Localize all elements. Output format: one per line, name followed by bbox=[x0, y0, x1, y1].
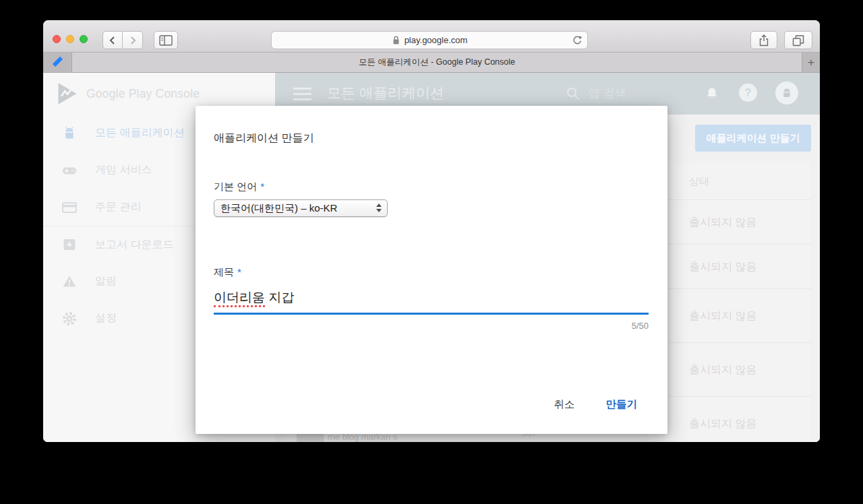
character-counter: 5/50 bbox=[632, 321, 649, 331]
tab-title: 모든 애플리케이션 - Google Play Console bbox=[359, 57, 515, 68]
lock-icon bbox=[392, 35, 400, 45]
browser-toolbar: play.google.com bbox=[43, 20, 820, 53]
selected-language: 한국어(대한민국) – ko-KR bbox=[220, 202, 337, 215]
jira-icon bbox=[52, 57, 63, 68]
page-content: Google Play Console 모든 애플리케이션 bbox=[43, 73, 820, 442]
tab-overview-button[interactable] bbox=[784, 31, 812, 49]
status-badge: 출시되지 않음 bbox=[689, 259, 756, 274]
tabs-icon bbox=[792, 34, 804, 46]
new-tab-button[interactable]: + bbox=[802, 53, 820, 72]
console-logo-text: Google Play Console bbox=[86, 87, 200, 101]
page-title: 모든 애플리케이션 bbox=[327, 84, 444, 102]
create-application-dialog: 애플리케이션 만들기 기본 언어* 한국어(대한민국) – ko-KR 제목* … bbox=[196, 106, 667, 434]
sidebar-item-label: 주문 관리 bbox=[95, 200, 141, 214]
input-focus-underline bbox=[214, 313, 649, 315]
share-icon bbox=[758, 34, 769, 46]
search-placeholder: 앱 검색 bbox=[589, 86, 626, 101]
zoom-window-button[interactable] bbox=[80, 35, 88, 43]
default-language-select[interactable]: 한국어(대한민국) – ko-KR bbox=[214, 199, 388, 217]
sidebar-toggle-button[interactable] bbox=[154, 31, 178, 49]
sidebar-item-label: 게임 서비스 bbox=[95, 163, 152, 177]
question-mark-icon: ? bbox=[745, 87, 752, 99]
status-column-header: 상태 bbox=[689, 175, 709, 188]
minimize-window-button[interactable] bbox=[66, 35, 74, 43]
bell-icon[interactable] bbox=[704, 86, 720, 103]
sidebar-item-label: 설정 bbox=[95, 311, 117, 325]
chevron-right-icon bbox=[128, 35, 138, 46]
alert-triangle-icon bbox=[61, 274, 78, 290]
required-asterisk: * bbox=[237, 266, 241, 278]
required-asterisk: * bbox=[260, 181, 264, 192]
app-search[interactable]: 앱 검색 bbox=[566, 86, 626, 101]
status-badge: 출시되지 않음 bbox=[689, 416, 756, 431]
status-badge: 출시되지 않음 bbox=[689, 215, 756, 229]
status-badge: 출시되지 않음 bbox=[689, 309, 756, 323]
android-avatar-icon bbox=[780, 86, 794, 100]
share-button[interactable] bbox=[750, 31, 777, 49]
search-icon bbox=[566, 86, 581, 101]
title-label: 제목* bbox=[214, 266, 241, 279]
sidebar-icon bbox=[159, 35, 173, 46]
title-input[interactable]: 이더리움 지갑 bbox=[214, 289, 294, 307]
forward-button[interactable] bbox=[123, 31, 143, 49]
credit-card-icon bbox=[61, 199, 78, 216]
sidebar-item-label: 보고서 다운로드 bbox=[95, 238, 173, 252]
default-language-label: 기본 언어* bbox=[214, 181, 264, 193]
gear-icon bbox=[61, 311, 78, 327]
dialog-actions: 취소 만들기 bbox=[554, 398, 638, 412]
account-avatar[interactable] bbox=[775, 82, 798, 104]
active-tab[interactable]: 모든 애플리케이션 - Google Play Console bbox=[72, 53, 802, 72]
help-button[interactable]: ? bbox=[739, 84, 757, 102]
close-window-button[interactable] bbox=[53, 35, 61, 43]
sidebar-item-label: 알림 bbox=[95, 274, 117, 288]
status-badge: 출시되지 않음 bbox=[689, 363, 756, 377]
create-application-button[interactable]: 애플리케이션 만들기 bbox=[695, 125, 811, 152]
google-play-logo-icon bbox=[55, 82, 80, 106]
plus-icon: + bbox=[808, 56, 814, 69]
download-icon bbox=[61, 237, 78, 253]
dialog-title: 애플리케이션 만들기 bbox=[214, 131, 314, 146]
pinned-tab-jira[interactable] bbox=[43, 53, 72, 72]
reload-icon[interactable] bbox=[572, 35, 583, 46]
gamepad-icon bbox=[61, 162, 78, 179]
android-icon bbox=[61, 125, 78, 141]
menu-icon[interactable] bbox=[293, 88, 311, 104]
url-text: play.google.com bbox=[405, 35, 468, 45]
cancel-button[interactable]: 취소 bbox=[554, 398, 575, 412]
back-button[interactable] bbox=[102, 31, 123, 49]
title-input-value: 지갑 bbox=[265, 290, 294, 305]
browser-window: play.google.com bbox=[43, 20, 820, 442]
address-bar[interactable]: play.google.com bbox=[271, 31, 588, 49]
select-arrows-icon bbox=[376, 203, 382, 212]
tab-bar: 모든 애플리케이션 - Google Play Console + bbox=[43, 53, 820, 73]
chevron-left-icon bbox=[108, 35, 117, 46]
sidebar-item-label: 모든 애플리케이션 bbox=[95, 126, 184, 140]
title-input-value-misspelled: 이더리움 bbox=[214, 290, 265, 307]
create-button[interactable]: 만들기 bbox=[606, 398, 638, 412]
